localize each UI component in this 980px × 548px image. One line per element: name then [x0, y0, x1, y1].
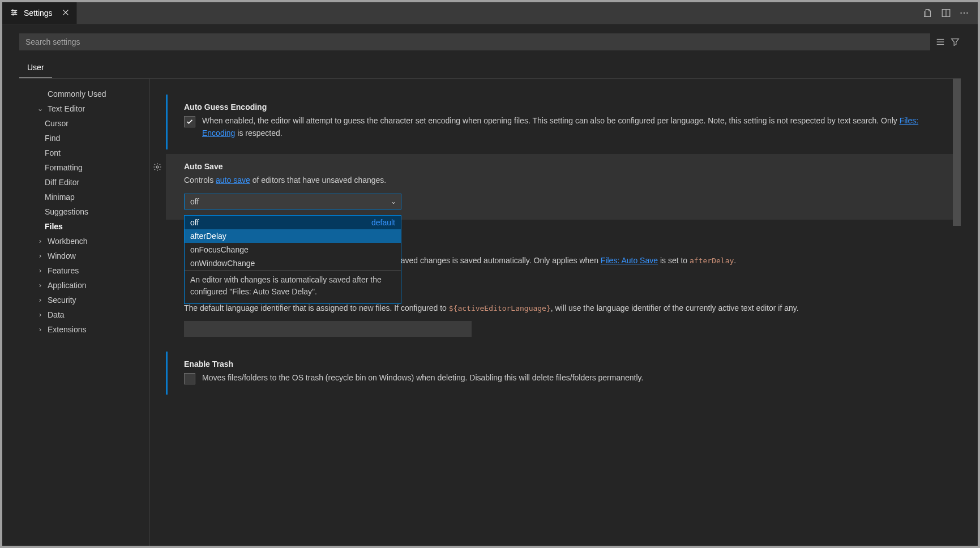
checkbox-enable-trash[interactable]	[184, 373, 195, 384]
setting-auto-save: Auto Save Controls auto save of editors …	[166, 154, 961, 220]
close-icon[interactable]	[62, 8, 70, 18]
chevron-down-icon: ⌄	[391, 198, 396, 206]
tab-title: Settings	[24, 8, 53, 18]
svg-point-16	[156, 166, 159, 168]
sidebar-item-label: Commonly Used	[48, 89, 106, 99]
settings-search-row	[2, 24, 978, 55]
dropdown-option-afterdelay[interactable]: afterDelay	[185, 229, 401, 243]
sidebar-item-label: Window	[48, 251, 76, 260]
sidebar-item-minimap[interactable]: Minimap	[19, 190, 149, 204]
svg-point-12	[966, 12, 968, 14]
sidebar-item-workbench[interactable]: ›Workbench	[19, 234, 149, 249]
dropdown-option-onfocuschange[interactable]: onFocusChange	[185, 243, 401, 256]
svg-point-10	[960, 12, 961, 14]
titlebar-actions	[914, 2, 978, 24]
split-editor-icon[interactable]	[940, 7, 952, 19]
sidebar-item-label: Features	[48, 266, 79, 275]
chevron-right-icon: ›	[36, 311, 44, 319]
svg-point-5	[12, 14, 14, 15]
chevron-right-icon: ›	[36, 326, 44, 333]
sidebar-item-application[interactable]: ›Application	[19, 278, 149, 293]
sidebar-item-label: Data	[48, 310, 65, 319]
sidebar-item-window[interactable]: ›Window	[19, 249, 149, 263]
checkbox-auto-guess-encoding[interactable]	[184, 116, 195, 127]
link-auto-save[interactable]: auto save	[216, 175, 250, 185]
scrollbar[interactable]	[953, 79, 961, 546]
option-label: onFocusChange	[190, 245, 249, 254]
sidebar-item-security[interactable]: ›Security	[19, 293, 149, 307]
setting-description: When enabled, the editor will attempt to…	[202, 115, 947, 139]
setting-description: nsaved changes is saved automatically. O…	[392, 255, 947, 267]
sidebar-item-find[interactable]: Find	[19, 131, 149, 145]
setting-description: Controls auto save of editors that have …	[184, 174, 947, 187]
filter-icon[interactable]	[949, 36, 961, 48]
chevron-down-icon: ⌄	[36, 105, 44, 113]
sidebar-item-commonly-used[interactable]: Commonly Used	[19, 87, 149, 101]
sidebar-item-text-editor[interactable]: ⌄Text Editor	[19, 101, 149, 116]
settings-body: Commonly Used ⌄Text Editor Cursor Find F…	[2, 79, 978, 546]
sidebar-item-label: Minimap	[45, 192, 75, 202]
sidebar-item-formatting[interactable]: Formatting	[19, 160, 149, 175]
setting-auto-guess-encoding: Auto Guess Encoding When enabled, the ed…	[166, 95, 961, 149]
sidebar-item-label: Formatting	[45, 163, 83, 172]
setting-enable-trash: Enable Trash Moves files/folders to the …	[166, 352, 961, 395]
sidebar-item-features[interactable]: ›Features	[19, 263, 149, 278]
sidebar-item-label: Text Editor	[48, 104, 85, 113]
svg-point-4	[15, 12, 16, 13]
sidebar-item-label: Workbench	[48, 237, 88, 246]
modified-indicator	[166, 352, 168, 395]
sidebar-item-extensions[interactable]: ›Extensions	[19, 322, 149, 337]
sidebar-item-label: Security	[48, 296, 76, 305]
settings-scope-row: User	[2, 55, 978, 79]
more-actions-icon[interactable]	[958, 7, 970, 19]
select-value: off	[190, 197, 199, 206]
setting-description: Moves files/folders to the OS trash (rec…	[202, 372, 643, 384]
sidebar-item-label: Application	[48, 281, 87, 290]
sidebar-item-font[interactable]: Font	[19, 145, 149, 160]
sidebar-item-data[interactable]: ›Data	[19, 307, 149, 322]
clear-search-icon[interactable]	[935, 36, 946, 48]
sidebar-item-label: Font	[45, 148, 61, 157]
option-label: afterDelay	[190, 232, 226, 241]
svg-point-3	[12, 10, 13, 11]
code-active-lang: ${activeEditorLanguage}	[449, 304, 551, 312]
settings-tab-icon	[10, 8, 18, 18]
settings-content: Auto Guess Encoding When enabled, the ed…	[149, 79, 961, 546]
dropdown-auto-save[interactable]: off default afterDelay onFocusChange onW…	[184, 215, 401, 304]
sidebar-item-label: Find	[45, 134, 60, 143]
sidebar-item-cursor[interactable]: Cursor	[19, 116, 149, 131]
setting-title: Auto Guess Encoding	[184, 102, 947, 112]
svg-point-11	[964, 12, 965, 14]
dropdown-option-onwindowchange[interactable]: onWindowChange	[185, 256, 401, 270]
settings-tree: Commonly Used ⌄Text Editor Cursor Find F…	[19, 79, 149, 546]
chevron-right-icon: ›	[36, 267, 44, 275]
sidebar-item-label: Files	[45, 222, 63, 231]
chevron-right-icon: ›	[36, 296, 44, 304]
sidebar-item-label: Diff Editor	[45, 178, 79, 187]
option-label: onWindowChange	[190, 259, 255, 268]
editor-tab-settings[interactable]: Settings	[2, 2, 77, 24]
input-default-language[interactable]	[184, 321, 472, 337]
sidebar-item-label: Suggestions	[45, 207, 88, 216]
sidebar-item-files[interactable]: Files	[19, 219, 149, 234]
sidebar-item-diff-editor[interactable]: Diff Editor	[19, 175, 149, 190]
search-input[interactable]	[19, 33, 930, 50]
gear-icon[interactable]	[152, 162, 162, 172]
setting-title: Auto Save	[184, 162, 947, 171]
setting-title: Enable Trash	[184, 359, 947, 369]
titlebar-spacer	[77, 2, 914, 24]
open-settings-json-icon[interactable]	[922, 7, 934, 19]
chevron-right-icon: ›	[36, 237, 44, 245]
code-after-delay: afterDelay	[690, 256, 734, 265]
modified-indicator	[166, 95, 168, 149]
scrollbar-thumb[interactable]	[953, 79, 961, 226]
select-auto-save[interactable]: off ⌄	[184, 194, 401, 209]
sidebar-item-suggestions[interactable]: Suggestions	[19, 204, 149, 219]
scope-tab-user[interactable]: User	[19, 58, 52, 78]
chevron-right-icon: ›	[36, 252, 44, 260]
sidebar-item-label: Extensions	[48, 325, 86, 334]
option-tag: default	[371, 218, 395, 227]
link-files-auto-save[interactable]: Files: Auto Save	[601, 256, 658, 265]
option-label: off	[190, 218, 199, 227]
dropdown-option-off[interactable]: off default	[185, 216, 401, 229]
